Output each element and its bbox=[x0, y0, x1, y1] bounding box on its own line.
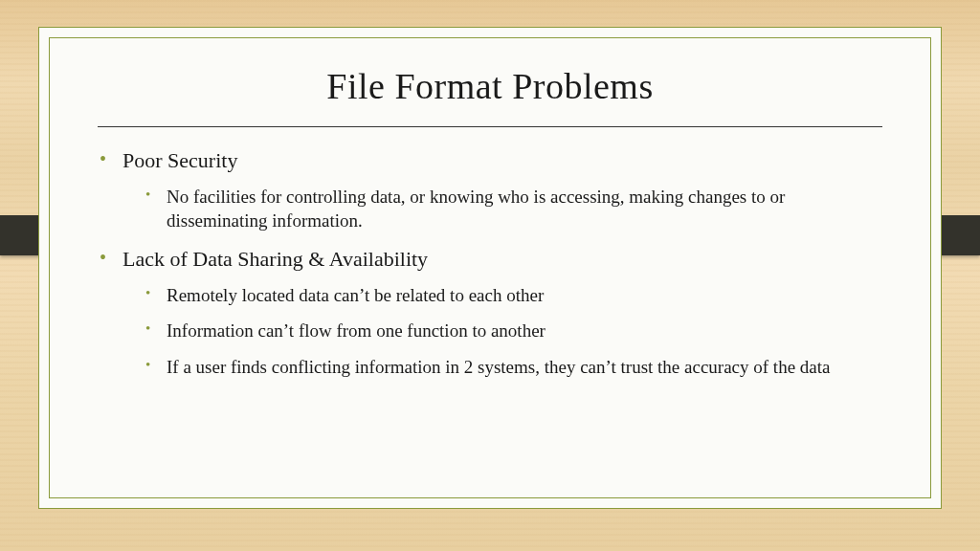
sub-bullet-list: Remotely located data can’t be related t… bbox=[122, 283, 882, 380]
slide-title: File Format Problems bbox=[98, 65, 882, 107]
bullet-text: Lack of Data Sharing & Availability bbox=[122, 247, 428, 271]
list-item: Lack of Data Sharing & Availability Remo… bbox=[115, 245, 882, 380]
title-divider bbox=[98, 126, 882, 127]
sub-bullet-list: No facilities for controlling data, or k… bbox=[122, 185, 882, 233]
bullet-list: Poor Security No facilities for controll… bbox=[98, 146, 882, 380]
list-item: If a user finds conflicting information … bbox=[161, 355, 882, 380]
slide-outer-frame: File Format Problems Poor Security No fa… bbox=[38, 27, 942, 509]
decorative-tab-left bbox=[0, 215, 40, 255]
list-item: Poor Security No facilities for controll… bbox=[115, 146, 882, 233]
bullet-text: Poor Security bbox=[122, 148, 237, 172]
decorative-tab-right bbox=[940, 215, 980, 255]
list-item: Information can’t flow from one function… bbox=[161, 319, 882, 343]
list-item: Remotely located data can’t be related t… bbox=[161, 283, 882, 308]
slide-inner-frame: File Format Problems Poor Security No fa… bbox=[49, 37, 931, 498]
list-item: No facilities for controlling data, or k… bbox=[161, 185, 882, 233]
